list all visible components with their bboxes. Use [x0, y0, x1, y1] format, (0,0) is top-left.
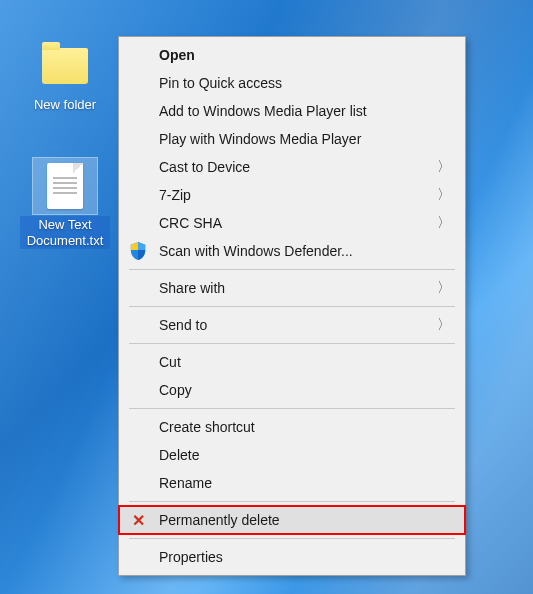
chevron-right-icon: 〉	[437, 214, 451, 232]
menu-seven-zip[interactable]: 7-Zip〉	[119, 181, 465, 209]
menu-item-label: CRC SHA	[159, 215, 222, 231]
menu-cast-to-device[interactable]: Cast to Device〉	[119, 153, 465, 181]
menu-item-label: Open	[159, 47, 195, 63]
context-menu: Open Pin to Quick access Add to Windows …	[118, 36, 466, 576]
folder-thumb	[33, 38, 97, 94]
menu-cut[interactable]: Cut	[119, 348, 465, 376]
menu-item-label: Properties	[159, 549, 223, 565]
menu-item-label: Play with Windows Media Player	[159, 131, 361, 147]
menu-item-label: Permanently delete	[159, 512, 280, 528]
menu-item-label: Rename	[159, 475, 212, 491]
desktop-icon-folder[interactable]: New folder	[20, 38, 110, 114]
menu-separator	[129, 408, 455, 409]
menu-item-label: Create shortcut	[159, 419, 255, 435]
menu-item-label: Pin to Quick access	[159, 75, 282, 91]
menu-play-wmp[interactable]: Play with Windows Media Player	[119, 125, 465, 153]
icon-label: New Text Document.txt	[20, 216, 110, 249]
menu-rename[interactable]: Rename	[119, 469, 465, 497]
menu-send-to[interactable]: Send to〉	[119, 311, 465, 339]
menu-separator	[129, 306, 455, 307]
text-file-icon	[47, 163, 83, 209]
folder-icon	[42, 48, 88, 84]
chevron-right-icon: 〉	[437, 158, 451, 176]
menu-item-label: Add to Windows Media Player list	[159, 103, 367, 119]
menu-item-label: Cast to Device	[159, 159, 250, 175]
menu-item-label: 7-Zip	[159, 187, 191, 203]
menu-separator	[129, 538, 455, 539]
chevron-right-icon: 〉	[437, 316, 451, 334]
menu-crc-sha[interactable]: CRC SHA〉	[119, 209, 465, 237]
menu-item-label: Delete	[159, 447, 199, 463]
menu-item-label: Share with	[159, 280, 225, 296]
chevron-right-icon: 〉	[437, 279, 451, 297]
menu-item-label: Cut	[159, 354, 181, 370]
menu-properties[interactable]: Properties	[119, 543, 465, 571]
menu-copy[interactable]: Copy	[119, 376, 465, 404]
menu-add-wmp-list[interactable]: Add to Windows Media Player list	[119, 97, 465, 125]
menu-separator	[129, 343, 455, 344]
menu-item-label: Copy	[159, 382, 192, 398]
menu-separator	[129, 269, 455, 270]
defender-shield-icon	[127, 240, 149, 262]
menu-separator	[129, 501, 455, 502]
red-x-icon: ✕	[127, 509, 149, 531]
chevron-right-icon: 〉	[437, 186, 451, 204]
menu-delete[interactable]: Delete	[119, 441, 465, 469]
menu-scan-defender[interactable]: Scan with Windows Defender...	[119, 237, 465, 265]
txt-thumb	[33, 158, 97, 214]
menu-item-label: Scan with Windows Defender...	[159, 243, 353, 259]
menu-share-with[interactable]: Share with〉	[119, 274, 465, 302]
menu-permanently-delete[interactable]: ✕ Permanently delete	[119, 506, 465, 534]
icon-label: New folder	[31, 96, 99, 114]
menu-item-label: Send to	[159, 317, 207, 333]
desktop-icon-txt[interactable]: New Text Document.txt	[20, 158, 110, 249]
menu-pin-quick-access[interactable]: Pin to Quick access	[119, 69, 465, 97]
menu-create-shortcut[interactable]: Create shortcut	[119, 413, 465, 441]
menu-open[interactable]: Open	[119, 41, 465, 69]
